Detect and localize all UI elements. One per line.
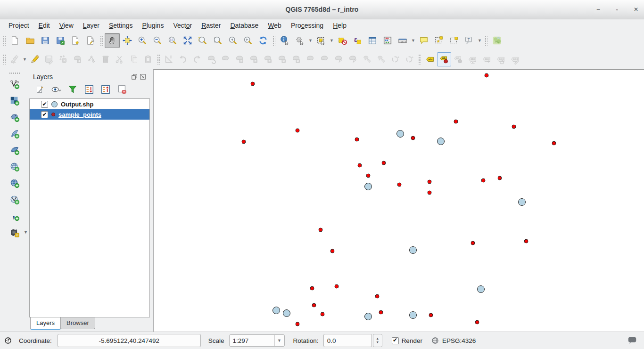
- tab-browser[interactable]: Browser: [60, 317, 95, 329]
- add-spatialite-layer-button[interactable]: [6, 125, 23, 142]
- globe-icon[interactable]: [431, 336, 439, 345]
- paste-features-button[interactable]: [141, 52, 155, 66]
- map-canvas[interactable]: [153, 69, 644, 332]
- menu-help[interactable]: Help: [328, 21, 351, 30]
- simplify-feature-button[interactable]: [218, 52, 232, 66]
- pan-map-button[interactable]: [105, 33, 120, 48]
- run-feature-action-dropdown[interactable]: ▼: [307, 34, 314, 47]
- add-raster-layer-button[interactable]: [6, 92, 23, 109]
- manage-map-themes-button[interactable]: [50, 83, 63, 96]
- show-hidden-labels-button[interactable]: abc: [465, 52, 479, 66]
- layer-checkbox[interactable]: ✔: [41, 111, 48, 118]
- project-open-button[interactable]: [23, 33, 38, 48]
- menu-project[interactable]: Project: [4, 21, 34, 30]
- toolbar-handle[interactable]: [485, 35, 487, 46]
- add-ring-button[interactable]: [232, 52, 247, 66]
- new-print-layout-button[interactable]: [68, 33, 83, 48]
- chevron-down-icon[interactable]: ▼: [24, 230, 28, 235]
- select-features-button[interactable]: [314, 33, 329, 48]
- copy-features-button[interactable]: [127, 52, 141, 66]
- spin-up-icon[interactable]: ▲: [376, 337, 379, 341]
- menu-plugins[interactable]: Plugins: [137, 21, 168, 30]
- offset-curve-button[interactable]: [317, 52, 331, 66]
- menu-settings[interactable]: Settings: [104, 21, 138, 30]
- zoom-to-selection-button[interactable]: [195, 33, 210, 48]
- menu-vector[interactable]: Vector: [168, 21, 197, 30]
- add-wms-layer-button[interactable]: 123: [6, 158, 23, 175]
- open-layer-styling-button[interactable]: [33, 83, 46, 96]
- panel-splitter[interactable]: [150, 69, 153, 332]
- float-panel-button[interactable]: [130, 73, 139, 81]
- project-save-button[interactable]: [38, 33, 53, 48]
- zoom-full-button[interactable]: [180, 33, 195, 48]
- remove-layer-button[interactable]: [116, 83, 129, 96]
- measure-line-button[interactable]: [395, 33, 410, 48]
- spin-down-icon[interactable]: ▼: [376, 341, 379, 344]
- pan-to-selection-button[interactable]: [120, 33, 135, 48]
- vertex-tool-button[interactable]: [84, 52, 99, 66]
- tracking-icon[interactable]: [4, 336, 12, 345]
- toggle-editing-button[interactable]: [28, 52, 42, 66]
- toolbar-handle[interactable]: [9, 72, 20, 75]
- close-panel-button[interactable]: [139, 73, 147, 81]
- text-annotation-button[interactable]: T: [462, 33, 477, 48]
- maximize-button[interactable]: ▫: [614, 6, 620, 13]
- measure-line-dropdown[interactable]: ▼: [410, 34, 416, 47]
- save-layer-edits-button[interactable]: [42, 52, 56, 66]
- statistical-summary-button[interactable]: [380, 33, 395, 48]
- add-wfs-layer-button[interactable]: [6, 191, 23, 208]
- rotate-label-button[interactable]: abc: [494, 52, 508, 66]
- rotation-input[interactable]: [323, 334, 372, 347]
- split-parts-button[interactable]: [346, 52, 360, 66]
- map-plugin-button[interactable]: [489, 33, 504, 48]
- fill-ring-button[interactable]: [261, 52, 275, 66]
- menu-edit[interactable]: Edit: [34, 21, 55, 30]
- toolbar-handle[interactable]: [157, 54, 160, 65]
- map-tips-button[interactable]: [416, 33, 431, 48]
- close-button[interactable]: ✕: [633, 6, 639, 13]
- cad-tools-button[interactable]: [162, 52, 176, 66]
- menu-processing[interactable]: Processing: [286, 21, 328, 30]
- render-checkbox[interactable]: ✔ Render: [392, 337, 422, 344]
- layer-labeling-button[interactable]: abc: [423, 52, 437, 66]
- move-feature-button[interactable]: [70, 52, 84, 66]
- zoom-native-button[interactable]: 1:1: [165, 33, 180, 48]
- current-edits-dropdown[interactable]: ▼: [22, 53, 28, 66]
- filter-legend-button[interactable]: [66, 83, 79, 96]
- select-features-dropdown[interactable]: ▼: [329, 34, 335, 47]
- delete-ring-button[interactable]: [275, 52, 289, 66]
- project-save-as-button[interactable]: [53, 33, 68, 48]
- toolbar-handle[interactable]: [3, 35, 6, 46]
- add-delimited-text-layer-button[interactable]: ,: [6, 208, 23, 224]
- add-vector-layer-button[interactable]: [6, 76, 23, 92]
- menu-view[interactable]: View: [55, 21, 78, 30]
- toolbar-handle[interactable]: [272, 35, 275, 46]
- cut-features-button[interactable]: [113, 52, 127, 66]
- show-bookmarks-button[interactable]: [446, 33, 462, 48]
- pin-labels-button[interactable]: ab: [451, 52, 465, 66]
- rotate-point-symbols-button[interactable]: [388, 52, 402, 66]
- add-virtual-layer-button[interactable]: ▼: [6, 224, 23, 241]
- toolbar-handle[interactable]: [3, 54, 6, 65]
- tab-layers[interactable]: Layers: [30, 317, 61, 330]
- layer-item-output-shp[interactable]: ✔Output.shp: [30, 99, 149, 109]
- redo-button[interactable]: [190, 52, 204, 66]
- menu-raster[interactable]: Raster: [197, 21, 225, 30]
- show-layout-manager-button[interactable]: [83, 33, 98, 48]
- zoom-in-button[interactable]: [135, 33, 150, 48]
- delete-selected-button[interactable]: [99, 52, 113, 66]
- scale-combo[interactable]: 1:297 ▼: [229, 334, 285, 347]
- text-annotation-dropdown[interactable]: ▼: [477, 34, 483, 47]
- select-by-expression-button[interactable]: ε: [350, 33, 365, 48]
- undo-button[interactable]: [176, 52, 190, 66]
- menu-database[interactable]: Database: [225, 21, 263, 30]
- toolbar-handle[interactable]: [100, 35, 103, 46]
- split-features-button[interactable]: [331, 52, 346, 66]
- add-wcs-layer-button[interactable]: [6, 175, 23, 191]
- zoom-next-button[interactable]: [240, 33, 256, 48]
- move-label-button[interactable]: abc: [479, 52, 494, 66]
- add-point-feature-button[interactable]: [56, 52, 70, 66]
- zoom-to-layer-button[interactable]: [210, 33, 225, 48]
- menu-layer[interactable]: Layer: [78, 21, 104, 30]
- merge-attributes-button[interactable]: [374, 52, 388, 66]
